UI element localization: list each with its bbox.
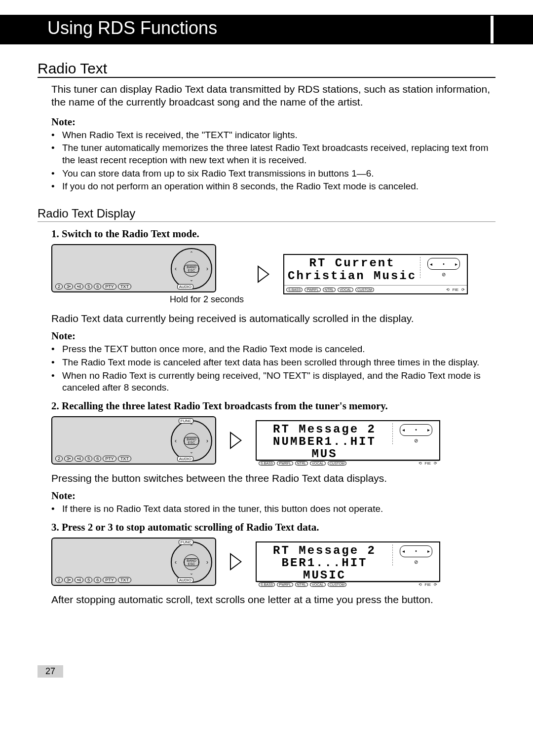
preset-button-row: 2 3• •4 5 6 PTY TXT bbox=[55, 456, 131, 462]
note-list-1: When Radio Text is received, the "TEXT" … bbox=[51, 129, 495, 193]
preset-button-row: 2 3• •4 5 6 PTY TXT bbox=[55, 284, 131, 289]
audio-label: AUDIO bbox=[177, 456, 193, 462]
loop-icon: ⟲ bbox=[419, 461, 422, 466]
arrow-icon bbox=[258, 265, 269, 283]
note-item: The tuner automatically memorizes the th… bbox=[51, 142, 495, 166]
lcd-right-panel: ◂•▸ ⊘ bbox=[392, 423, 439, 444]
dot-icon: • bbox=[415, 548, 417, 554]
lcd-tag: CUSTOM bbox=[328, 461, 346, 466]
lcd-tag: PWRFL bbox=[277, 582, 293, 587]
lcd-screen: RT Message 2 BER1...HIT MUSIC ◂•▸ ⊘ S.BA… bbox=[256, 541, 440, 582]
lcd-tag: NTRL bbox=[295, 582, 308, 587]
lcd-tag: S.BASS bbox=[259, 582, 275, 587]
step2-heading: 2. Recalling the three latest Radio Text… bbox=[51, 400, 495, 412]
lcd-tag: VOCAL bbox=[310, 461, 326, 466]
lcd-tag: CUSTOM bbox=[328, 582, 346, 587]
arrow-icon bbox=[230, 432, 242, 449]
preset-button: 3• bbox=[64, 456, 73, 462]
note-list-3: If there is no Radio Text data stored in… bbox=[51, 503, 495, 515]
note-item: When Radio Text is received, the "TEXT" … bbox=[51, 129, 495, 142]
lcd-tag: NTRL bbox=[323, 288, 336, 292]
fie-label: FIE bbox=[425, 461, 431, 466]
dot-icon: • bbox=[415, 427, 417, 432]
disc-icon: ⊘ bbox=[442, 272, 446, 277]
right-caret-icon: ▸ bbox=[455, 261, 457, 267]
lcd-tag: NTRL bbox=[295, 461, 308, 466]
func-label: FUNC bbox=[179, 418, 193, 424]
note-item: Press the TEXT button once more, and the… bbox=[51, 343, 495, 356]
lcd-screen: RT Message 2 NUMBER1..HIT MUS ◂•▸ ⊘ S.BA… bbox=[256, 420, 440, 461]
disc-icon: ⊘ bbox=[414, 559, 418, 565]
preset-button: 2 bbox=[55, 456, 63, 462]
loop-icon: ⟲ bbox=[446, 288, 450, 292]
right-arrow-icon: › bbox=[206, 265, 208, 272]
left-arrow-icon: ‹ bbox=[175, 265, 177, 272]
preset-button: PTY bbox=[103, 456, 116, 462]
lcd-right-panel: ◂•▸ ⊘ bbox=[392, 544, 439, 566]
figure-row-3: ˆ ˇ ‹ › BAND ESC FUNC AUDIO 2 3• •4 5 6 … bbox=[51, 538, 495, 586]
page-number: 27 bbox=[38, 665, 63, 678]
note-item: If there is no Radio Text data stored in… bbox=[51, 503, 495, 515]
lcd-bottom-row: S.BASS PWRFL NTRL VOCAL CUSTOM ⟲FIE⟳ bbox=[257, 582, 439, 587]
left-arrow-icon: ‹ bbox=[175, 437, 177, 444]
preset-button: PTY bbox=[103, 284, 116, 289]
band-button: BAND ESC bbox=[184, 265, 199, 273]
step1-heading: 1. Switch to the Radio Text mode. bbox=[51, 228, 495, 240]
preset-button: •4 bbox=[75, 456, 83, 462]
section-title: Radio Text bbox=[38, 60, 495, 78]
lcd-tag: S.BASS bbox=[259, 461, 275, 466]
intro-text: This tuner can display Radio Text data t… bbox=[51, 83, 495, 109]
lcd-tag: VOCAL bbox=[310, 582, 326, 587]
step3-heading: 3. Press 2 or 3 to stop automatic scroll… bbox=[51, 521, 495, 534]
right-arrow-icon: › bbox=[206, 437, 208, 444]
right-arrow-icon: › bbox=[206, 559, 208, 566]
lcd-tag: PWRFL bbox=[305, 288, 321, 292]
step2-body: Pressing the button switches between the… bbox=[51, 471, 495, 485]
preset-button: 3• bbox=[64, 284, 73, 289]
header-bar: Using RDS Functions bbox=[0, 15, 533, 44]
device-panel: ˆ ˇ ‹ › BAND ESC AUDIO 2 3• •4 5 6 PTY T… bbox=[51, 244, 216, 292]
right-caret-icon: ▸ bbox=[427, 548, 430, 554]
lcd-tag: S.BASS bbox=[286, 288, 303, 292]
lcd-line2: NUMBER1..HIT MUS bbox=[257, 435, 392, 460]
lcd-tag: PWRFL bbox=[277, 461, 293, 466]
func-label: FUNC bbox=[179, 540, 193, 545]
page-title: Using RDS Functions bbox=[0, 16, 494, 43]
right-caret-icon: ▸ bbox=[427, 427, 430, 432]
preset-button: 3• bbox=[64, 577, 73, 583]
note-item: You can store data from up to six Radio … bbox=[51, 168, 495, 180]
figure-row-2: ˆ ˇ ‹ › BAND ESC FUNC AUDIO 2 3• •4 5 6 … bbox=[51, 416, 495, 465]
left-caret-icon: ◂ bbox=[402, 548, 405, 554]
lcd-screen: RT Current Christian Music ◂•▸ ⊘ S.BASS … bbox=[283, 254, 468, 294]
fie-label: FIE bbox=[425, 582, 431, 587]
note-item: The Radio Text mode is canceled after te… bbox=[51, 357, 495, 369]
left-caret-icon: ◂ bbox=[402, 427, 405, 432]
note-list-2: Press the TEXT button once more, and the… bbox=[51, 343, 495, 394]
step1-body: Radio Text data currently being received… bbox=[51, 312, 495, 325]
preset-button-row: 2 3• •4 5 6 PTY TXT bbox=[55, 577, 131, 583]
lcd-bottom-row: S.BASS PWRFL NTRL VOCAL CUSTOM ⟲FIE⟳ bbox=[284, 285, 467, 293]
lcd-right-panel: ◂•▸ ⊘ bbox=[420, 257, 467, 278]
note-heading-1: Note: bbox=[51, 116, 495, 128]
figure-row-1: ˆ ˇ ‹ › BAND ESC AUDIO 2 3• •4 5 6 PTY T… bbox=[51, 244, 495, 305]
audio-label: AUDIO bbox=[177, 577, 193, 583]
preset-button: TXT bbox=[118, 456, 131, 462]
hold-caption: Hold for 2 seconds bbox=[170, 294, 244, 305]
note-item: If you do not perform an operation withi… bbox=[51, 180, 495, 193]
lcd-line2: BER1...HIT MUSIC bbox=[257, 557, 392, 581]
preset-button: 2 bbox=[55, 284, 63, 289]
device-panel: ˆ ˇ ‹ › BAND ESC FUNC AUDIO 2 3• •4 5 6 … bbox=[51, 538, 216, 586]
preset-button: 6 bbox=[94, 577, 101, 583]
left-caret-icon: ◂ bbox=[430, 261, 432, 267]
lcd-tag: VOCAL bbox=[338, 288, 353, 292]
left-arrow-icon: ‹ bbox=[175, 559, 177, 566]
preset-button: 6 bbox=[94, 284, 101, 289]
subsection-title: Radio Text Display bbox=[38, 207, 495, 222]
signal-icon: ⟳ bbox=[434, 461, 437, 466]
preset-button: 5 bbox=[85, 456, 92, 462]
control-knob: ˆ ˇ ‹ › BAND ESC bbox=[171, 541, 212, 583]
preset-button: •4 bbox=[75, 284, 83, 289]
preset-button: •4 bbox=[75, 577, 83, 583]
preset-button: 2 bbox=[55, 577, 63, 583]
preset-button: TXT bbox=[118, 577, 131, 583]
